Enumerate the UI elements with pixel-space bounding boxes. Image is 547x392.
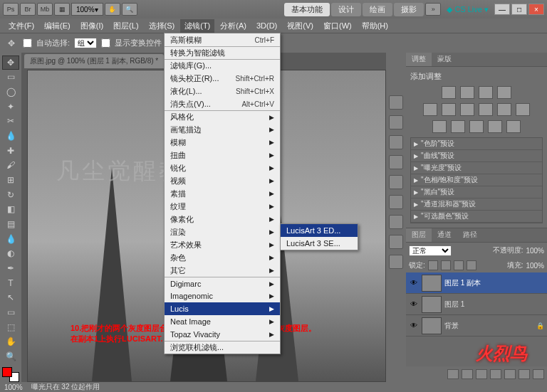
layer-name[interactable]: 图层 1 — [444, 300, 464, 309]
filter-gallery[interactable]: 滤镜库(G)... — [165, 59, 280, 72]
opacity-value[interactable]: 100% — [526, 247, 544, 255]
filter-lens[interactable]: 镜头校正(R)...Shift+Ctrl+R — [165, 72, 280, 85]
menu-window[interactable]: 窗口(W) — [319, 19, 356, 33]
brush-tool[interactable]: 🖌 — [2, 159, 19, 173]
preset-bw[interactable]: ▶"黑白"预设 — [411, 186, 542, 198]
preset-mixer[interactable]: ▶"通道混和器"预设 — [411, 198, 542, 211]
invert-icon[interactable] — [432, 120, 447, 133]
tab-paths[interactable]: 路径 — [457, 228, 483, 242]
history-brush-tool[interactable]: ↻ — [2, 188, 19, 202]
actions-icon[interactable] — [389, 115, 403, 129]
filter-blur[interactable]: 模糊▶ — [165, 136, 280, 149]
filter-imagenomic[interactable]: Imagenomic▶ — [165, 290, 280, 302]
hue-icon[interactable] — [442, 103, 456, 116]
stamp-tool[interactable]: ⊞ — [2, 173, 19, 187]
preset-exposure[interactable]: ▶"曝光度"预设 — [411, 162, 542, 174]
fx-icon[interactable] — [462, 369, 473, 379]
status-zoom[interactable]: 100% — [4, 383, 23, 391]
eraser-tool[interactable]: ◧ — [2, 203, 19, 217]
nav-icon[interactable] — [389, 175, 403, 189]
lock-trans-icon[interactable] — [428, 260, 438, 270]
filter-sketch[interactable]: 素描▶ — [165, 187, 280, 200]
3d-tool[interactable]: ⬚ — [2, 320, 19, 334]
photofilter-icon[interactable] — [497, 103, 511, 116]
wand-tool[interactable]: ✦ — [2, 100, 19, 114]
lucis-ed[interactable]: LucisArt 3 ED... — [281, 224, 358, 237]
layer-thumb[interactable] — [422, 296, 442, 313]
filter-other[interactable]: 其它▶ — [165, 264, 280, 277]
filter-lucis[interactable]: Lucis▶ — [165, 302, 280, 315]
color-icon[interactable] — [389, 215, 403, 229]
filter-topaz[interactable]: Topaz Vivacity▶ — [165, 328, 280, 341]
move-tool[interactable]: ✥ — [2, 55, 19, 70]
tab-adjustments[interactable]: 调整 — [406, 53, 432, 66]
fill-value[interactable]: 100% — [526, 262, 544, 270]
group-icon[interactable] — [504, 369, 516, 379]
eyedropper-tool[interactable]: 💧 — [2, 129, 19, 143]
pen-tool[interactable]: ✒ — [2, 261, 19, 275]
char-icon[interactable] — [389, 135, 403, 149]
history-icon[interactable] — [389, 95, 403, 110]
layer-thumb[interactable] — [422, 275, 442, 292]
tab-masks[interactable]: 蒙版 — [432, 53, 457, 66]
new-layer-icon[interactable] — [519, 369, 530, 379]
colorbal-icon[interactable] — [460, 103, 474, 116]
visibility-icon[interactable]: 👁 — [409, 278, 419, 288]
close-button[interactable]: × — [528, 4, 544, 15]
filter-brush[interactable]: 画笔描边▶ — [165, 123, 280, 136]
tab-layers[interactable]: 图层 — [406, 228, 432, 242]
menu-3d[interactable]: 3D(D) — [252, 20, 281, 31]
type-tool[interactable]: T — [2, 276, 19, 290]
layer-thumb[interactable] — [422, 317, 442, 334]
link-layers-icon[interactable] — [447, 369, 459, 379]
fg-color[interactable] — [2, 367, 12, 377]
filter-distort[interactable]: 扭曲▶ — [165, 149, 280, 161]
visibility-icon[interactable]: 👁 — [409, 300, 419, 309]
maximize-button[interactable]: □ — [511, 4, 527, 15]
workspace-design[interactable]: 设计 — [331, 3, 361, 16]
layer-row-copy[interactable]: 👁 图层 1 副本 — [406, 272, 547, 294]
preset-hue[interactable]: ▶"色相/饱和度"预设 — [411, 174, 542, 186]
menu-help[interactable]: 帮助(H) — [358, 19, 392, 33]
menu-analysis[interactable]: 分析(A) — [216, 19, 251, 33]
info-icon[interactable] — [389, 195, 403, 209]
mb-icon[interactable]: Mb — [37, 3, 53, 16]
menu-image[interactable]: 图像(I) — [76, 19, 108, 33]
filter-digimarc[interactable]: Digimarc▶ — [165, 277, 280, 290]
filter-artistic[interactable]: 艺术效果▶ — [165, 238, 280, 251]
layer-name[interactable]: 背景 — [444, 321, 459, 331]
blend-mode[interactable]: 正常 — [409, 245, 452, 256]
shape-tool[interactable]: ▭ — [2, 305, 19, 319]
marquee-tool[interactable]: ▭ — [2, 70, 19, 85]
thresh-icon[interactable] — [469, 120, 484, 133]
para-icon[interactable] — [389, 155, 403, 169]
hand-icon[interactable]: ✋ — [105, 3, 120, 16]
adj-layer-icon[interactable] — [490, 369, 501, 379]
layer-row-bg[interactable]: 👁 背景 🔒 — [406, 315, 547, 337]
tab-channels[interactable]: 通道 — [432, 228, 457, 242]
preset-levels[interactable]: ▶"色阶"预设 — [411, 138, 542, 150]
vibrance-icon[interactable] — [423, 103, 437, 116]
ws-more-icon[interactable]: » — [425, 3, 441, 16]
workspace-draw[interactable]: 绘画 — [363, 3, 392, 16]
filter-sharpen[interactable]: 锐化▶ — [165, 161, 280, 174]
lock-all-icon[interactable] — [467, 260, 476, 270]
zoom-level[interactable]: 100% ▾ — [71, 3, 103, 16]
blur-tool[interactable]: 💧 — [2, 232, 19, 246]
menu-select[interactable]: 选择(S) — [145, 19, 179, 33]
lock-pixel-icon[interactable] — [441, 260, 451, 270]
crop-tool[interactable]: ✂ — [2, 115, 19, 129]
lasso-tool[interactable]: ◯ — [2, 85, 19, 99]
filter-vanish[interactable]: 消失点(V)...Alt+Ctrl+V — [165, 97, 280, 110]
bw-icon[interactable] — [479, 103, 493, 116]
brightness-icon[interactable] — [442, 86, 456, 99]
zoom-icon[interactable]: 🔍 — [122, 3, 137, 16]
filter-smart[interactable]: 转换为智能滤镜 — [165, 46, 280, 59]
transform-checkbox[interactable] — [101, 38, 110, 48]
mixer-icon[interactable] — [516, 103, 530, 116]
mask-icon[interactable] — [476, 369, 487, 379]
trash-icon[interactable] — [533, 369, 544, 379]
minimize-button[interactable]: — — [494, 4, 510, 15]
cslive-link[interactable]: ◆ CS Live ▾ — [447, 5, 489, 14]
filter-liquify[interactable]: 液化(L)...Shift+Ctrl+X — [165, 85, 280, 97]
